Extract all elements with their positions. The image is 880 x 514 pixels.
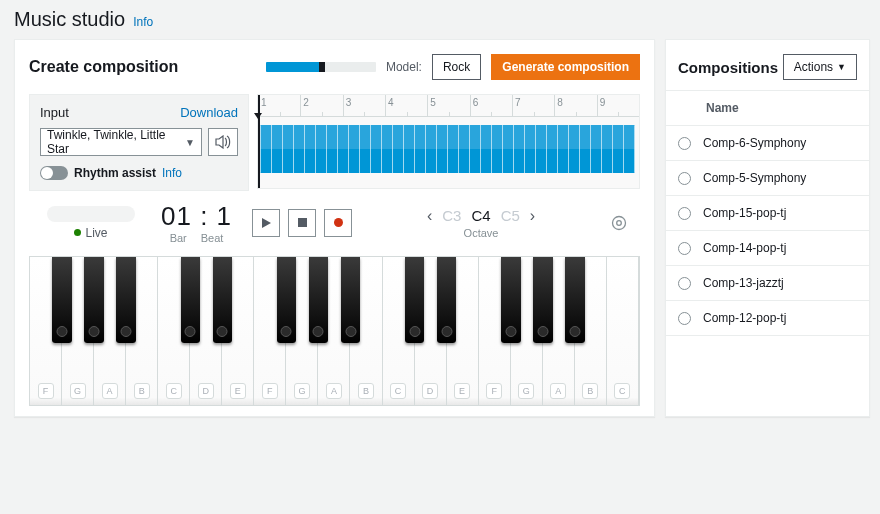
octave-up-button[interactable]: › xyxy=(530,207,535,225)
ruler-tick: 4 xyxy=(385,95,427,116)
composition-name: Comp-15-pop-tj xyxy=(703,206,786,220)
black-key-dot xyxy=(217,326,228,337)
preview-audio-button[interactable] xyxy=(208,128,238,156)
beat-label: Beat xyxy=(201,232,224,244)
black-key[interactable] xyxy=(181,257,200,343)
live-label: Live xyxy=(85,226,107,240)
page-info-link[interactable]: Info xyxy=(133,15,153,29)
black-key[interactable] xyxy=(533,257,552,343)
key-label: C xyxy=(390,383,406,399)
timeline-ruler: 123456789 xyxy=(258,95,639,117)
black-key[interactable] xyxy=(501,257,520,343)
row-radio[interactable] xyxy=(678,277,691,290)
composition-row[interactable]: Comp-12-pop-tj xyxy=(666,301,869,336)
key-label: D xyxy=(198,383,214,399)
black-key[interactable] xyxy=(84,257,103,343)
black-key-dot xyxy=(409,326,420,337)
model-label: Model: xyxy=(386,60,422,74)
octave-down-button[interactable]: ‹ xyxy=(427,207,432,225)
play-icon xyxy=(262,218,271,228)
rhythm-info-link[interactable]: Info xyxy=(162,166,182,180)
key-label: E xyxy=(230,383,246,399)
black-key[interactable] xyxy=(437,257,456,343)
composition-row[interactable]: Comp-14-pop-tj xyxy=(666,231,869,266)
black-key[interactable] xyxy=(309,257,328,343)
black-key[interactable] xyxy=(565,257,584,343)
row-radio[interactable] xyxy=(678,172,691,185)
black-key[interactable] xyxy=(52,257,71,343)
compositions-actions-button[interactable]: Actions ▼ xyxy=(783,54,857,80)
key-label: D xyxy=(422,383,438,399)
black-key[interactable] xyxy=(341,257,360,343)
svg-point-1 xyxy=(617,220,622,225)
octave-prev: C3 xyxy=(442,207,461,224)
compositions-name-header: Name xyxy=(666,91,869,126)
bar-beat-display: 01 : 1 xyxy=(161,201,232,232)
ruler-tick: 5 xyxy=(427,95,469,116)
chevron-down-icon: ▼ xyxy=(837,62,846,72)
gear-icon xyxy=(610,214,628,232)
svg-point-0 xyxy=(613,216,626,229)
download-link[interactable]: Download xyxy=(180,105,238,120)
song-select-value: Twinkle, Twinkle, Little Star xyxy=(47,128,185,156)
black-key-dot xyxy=(281,326,292,337)
timeline[interactable]: 123456789 xyxy=(257,94,640,189)
black-key[interactable] xyxy=(213,257,232,343)
generate-button[interactable]: Generate composition xyxy=(491,54,640,80)
row-radio[interactable] xyxy=(678,312,691,325)
ruler-tick: 8 xyxy=(554,95,596,116)
key-label: C xyxy=(166,383,182,399)
play-button[interactable] xyxy=(252,209,280,237)
black-key-dot xyxy=(441,326,452,337)
key-label: A xyxy=(102,383,118,399)
rhythm-assist-toggle[interactable] xyxy=(40,166,68,180)
live-indicator-bg xyxy=(47,206,135,222)
white-key[interactable]: C xyxy=(607,257,639,405)
key-label: A xyxy=(326,383,342,399)
generation-progress xyxy=(266,62,376,72)
key-label: F xyxy=(262,383,278,399)
composition-row[interactable]: Comp-5-Symphony xyxy=(666,161,869,196)
octave-current: C4 xyxy=(471,207,490,224)
row-radio[interactable] xyxy=(678,207,691,220)
ruler-tick: 3 xyxy=(343,95,385,116)
composition-row[interactable]: Comp-15-pop-tj xyxy=(666,196,869,231)
black-key-dot xyxy=(537,326,548,337)
composition-name: Comp-6-Symphony xyxy=(703,136,806,150)
octave-label: Octave xyxy=(372,227,590,239)
key-label: G xyxy=(518,383,534,399)
settings-button[interactable] xyxy=(610,214,628,232)
composition-row[interactable]: Comp-6-Symphony xyxy=(666,126,869,161)
key-label: B xyxy=(582,383,598,399)
black-key-dot xyxy=(313,326,324,337)
composition-row[interactable]: Comp-13-jazztj xyxy=(666,266,869,301)
ruler-tick: 1 xyxy=(258,95,300,116)
black-key[interactable] xyxy=(277,257,296,343)
black-key-dot xyxy=(569,326,580,337)
composition-name: Comp-5-Symphony xyxy=(703,171,806,185)
black-key-dot xyxy=(89,326,100,337)
record-icon xyxy=(334,218,343,227)
song-select[interactable]: Twinkle, Twinkle, Little Star ▼ xyxy=(40,128,202,156)
composition-name: Comp-12-pop-tj xyxy=(703,311,786,325)
black-key-dot xyxy=(345,326,356,337)
speaker-icon xyxy=(215,135,231,149)
record-button[interactable] xyxy=(324,209,352,237)
compositions-panel: Compositions Actions ▼ Name Comp-6-Symph… xyxy=(665,39,870,417)
actions-label: Actions xyxy=(794,60,833,74)
ruler-tick: 2 xyxy=(300,95,342,116)
chevron-down-icon: ▼ xyxy=(185,137,195,148)
row-radio[interactable] xyxy=(678,137,691,150)
ruler-tick: 7 xyxy=(512,95,554,116)
piano-keyboard[interactable]: FGABCDEFGABCDEFGABC xyxy=(29,256,640,406)
ruler-tick: 9 xyxy=(597,95,639,116)
input-block: Input Download Twinkle, Twinkle, Little … xyxy=(29,94,249,191)
ruler-tick: 6 xyxy=(470,95,512,116)
model-select-button[interactable]: Rock xyxy=(432,54,481,80)
row-radio[interactable] xyxy=(678,242,691,255)
stop-icon xyxy=(298,218,307,227)
black-key[interactable] xyxy=(405,257,424,343)
page-title: Music studio xyxy=(14,8,125,31)
stop-button[interactable] xyxy=(288,209,316,237)
black-key[interactable] xyxy=(116,257,135,343)
